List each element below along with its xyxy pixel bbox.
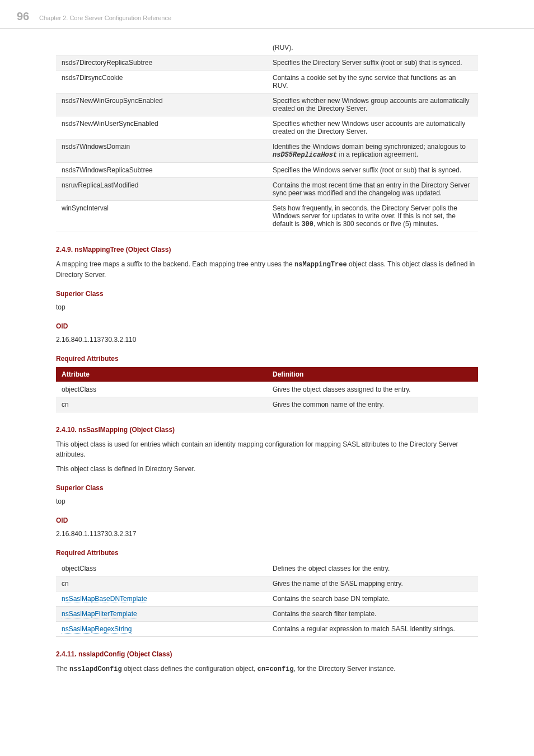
- page-header: 96 Chapter 2. Core Server Configuration …: [0, 0, 534, 29]
- attr-cell: nsds7NewWinUserSyncEnabled: [56, 116, 267, 139]
- attr-header: Attribute: [56, 367, 267, 382]
- required-attributes-label: Required Attributes: [56, 355, 478, 363]
- section-2410-paragraph2: This object class is defined in Director…: [56, 464, 478, 474]
- oid-label: OID: [56, 322, 478, 330]
- attr-cell: nsds7DirectoryReplicaSubtree: [56, 55, 267, 71]
- def-cell: (RUV).: [267, 40, 478, 55]
- attr-cell: nsds7WindowsDomain: [56, 139, 267, 163]
- table-row: nsds7DirsyncCookie Contains a cookie set…: [56, 71, 478, 93]
- section-heading-2410: 2.4.10. nsSaslMapping (Object Class): [56, 426, 478, 434]
- oid-value: 2.16.840.1.113730.3.2.317: [56, 529, 478, 539]
- def-cell: Contains a regular expression to match S…: [267, 622, 478, 637]
- section-249-paragraph: A mapping tree maps a suffix to the back…: [56, 259, 478, 280]
- table-row: (RUV).: [56, 40, 478, 55]
- link-nssaslmapregexstring: nsSaslMapRegexString: [62, 625, 132, 633]
- attr-cell[interactable]: nsSaslMapBaseDNTemplate: [56, 591, 267, 607]
- attr-cell: [56, 40, 267, 55]
- chapter-title: Chapter 2. Core Server Configuration Ref…: [39, 15, 171, 21]
- def-cell: Contains the most recent time that an en…: [267, 178, 478, 201]
- def-header: Definition: [267, 367, 478, 382]
- superior-class-value: top: [56, 496, 478, 506]
- attr-cell: nsruvReplicaLastModified: [56, 178, 267, 201]
- superior-class-value: top: [56, 302, 478, 312]
- def-cell: Gives the object classes assigned to the…: [267, 382, 478, 397]
- table-row: nsSaslMapFilterTemplate Contains the sea…: [56, 607, 478, 622]
- oid-label: OID: [56, 516, 478, 524]
- section-2410-paragraph1: This object class is used for entries wh…: [56, 439, 478, 459]
- superior-class-label: Superior Class: [56, 290, 478, 298]
- link-nssaslmapbasedntemplate: nsSaslMapBaseDNTemplate: [62, 595, 147, 603]
- def-cell: Specifies whether new Windows group acco…: [267, 93, 478, 116]
- def-cell: Specifies whether new Windows user accou…: [267, 116, 478, 139]
- table-row: nsds7NewWinGroupSyncEnabled Specifies wh…: [56, 93, 478, 116]
- attr-cell: objectClass: [56, 561, 267, 576]
- def-cell: Contains a cookie set by the sync servic…: [267, 71, 478, 93]
- table-row: cn Gives the name of the SASL mapping en…: [56, 576, 478, 591]
- required-attributes-table-249: Attribute Definition objectClass Gives t…: [56, 367, 478, 412]
- attr-cell[interactable]: nsSaslMapRegexString: [56, 622, 267, 637]
- attr-cell: cn: [56, 576, 267, 591]
- attr-cell: nsds7DirsyncCookie: [56, 71, 267, 93]
- attr-cell: nsds7WindowsReplicaSubtree: [56, 163, 267, 178]
- table-row: nsds7DirectoryReplicaSubtree Specifies t…: [56, 55, 478, 71]
- table-row: objectClass Gives the object classes ass…: [56, 382, 478, 397]
- table-row: nsSaslMapBaseDNTemplate Contains the sea…: [56, 591, 478, 607]
- attr-cell: nsds7NewWinGroupSyncEnabled: [56, 93, 267, 116]
- attr-cell[interactable]: nsSaslMapFilterTemplate: [56, 607, 267, 622]
- table-row: nsds7WindowsReplicaSubtree Specifies the…: [56, 163, 478, 178]
- page-number: 96: [0, 10, 39, 23]
- table-row: winSyncInterval Sets how frequently, in …: [56, 201, 478, 232]
- def-cell: Contains the search base DN template.: [267, 591, 478, 607]
- section-heading-2411: 2.4.11. nsslapdConfig (Object Class): [56, 650, 478, 658]
- link-nssaslmapfiltertemplate: nsSaslMapFilterTemplate: [62, 610, 137, 618]
- def-cell: Sets how frequently, in seconds, the Dir…: [267, 201, 478, 232]
- def-cell: Specifies the Windows server suffix (roo…: [267, 163, 478, 178]
- oid-value: 2.16.840.1.113730.3.2.110: [56, 335, 478, 345]
- table-row: nsSaslMapRegexString Contains a regular …: [56, 622, 478, 637]
- def-cell: Contains the search filter template.: [267, 607, 478, 622]
- def-cell: Gives the name of the SASL mapping entry…: [267, 576, 478, 591]
- table-row: nsruvReplicaLastModified Contains the mo…: [56, 178, 478, 201]
- attr-cell: cn: [56, 397, 267, 412]
- required-attributes-table-2410: objectClass Defines the object classes f…: [56, 561, 478, 637]
- section-heading-249: 2.4.9. nsMappingTree (Object Class): [56, 246, 478, 253]
- superior-class-label: Superior Class: [56, 484, 478, 492]
- table-row: nsds7NewWinUserSyncEnabled Specifies whe…: [56, 116, 478, 139]
- def-cell: Gives the common name of the entry.: [267, 397, 478, 412]
- table-header-row: Attribute Definition: [56, 367, 478, 382]
- table-row: objectClass Defines the object classes f…: [56, 561, 478, 576]
- required-attributes-label: Required Attributes: [56, 549, 478, 557]
- attr-cell: winSyncInterval: [56, 201, 267, 232]
- def-cell: Specifies the Directory Server suffix (r…: [267, 55, 478, 71]
- def-cell: Defines the object classes for the entry…: [267, 561, 478, 576]
- section-2411-paragraph: The nsslapdConfig object class defines t…: [56, 664, 478, 674]
- table-row: nsds7WindowsDomain Identifies the Window…: [56, 139, 478, 163]
- attr-cell: objectClass: [56, 382, 267, 397]
- def-cell: Identifies the Windows domain being sync…: [267, 139, 478, 163]
- attribute-continuation-table: (RUV). nsds7DirectoryReplicaSubtree Spec…: [56, 40, 478, 232]
- table-row: cn Gives the common name of the entry.: [56, 397, 478, 412]
